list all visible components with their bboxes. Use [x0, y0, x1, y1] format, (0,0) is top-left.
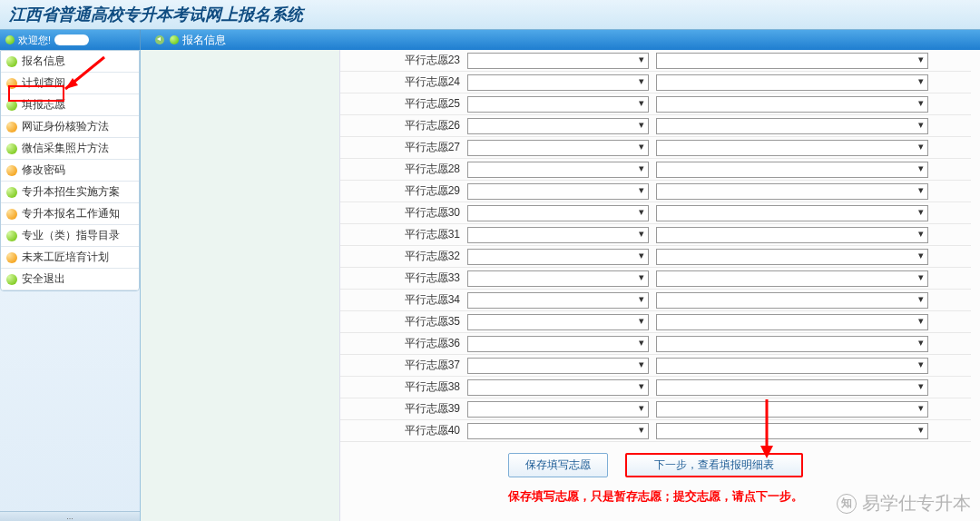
- school-select-32[interactable]: [467, 249, 649, 265]
- form-area: 平行志愿23平行志愿24平行志愿25平行志愿26平行志愿27平行志愿28平行志愿…: [340, 50, 980, 521]
- sidebar-item-2[interactable]: 填报志愿: [1, 94, 139, 116]
- volunteer-row-23: 平行志愿23: [340, 50, 971, 72]
- collapse-icon[interactable]: [155, 35, 164, 44]
- sidebar-item-8[interactable]: 专业（类）指导目录: [1, 225, 139, 247]
- school-select-36[interactable]: [467, 336, 649, 352]
- row-label: 平行志愿24: [340, 74, 467, 90]
- sidebar-item-10[interactable]: 安全退出: [1, 269, 139, 290]
- sidebar-item-4[interactable]: 微信采集照片方法: [1, 138, 139, 160]
- app-header: 江西省普通高校专升本考试网上报名系统: [0, 0, 980, 30]
- school-select-31[interactable]: [467, 227, 649, 243]
- sidebar-list: 报名信息计划查阅填报志愿网证身份核验方法微信采集照片方法修改密码专升本招生实施方…: [0, 50, 140, 291]
- sidebar-item-label: 修改密码: [22, 162, 65, 178]
- school-select-39[interactable]: [467, 401, 649, 418]
- next-button[interactable]: 下一步，查看填报明细表: [625, 453, 803, 477]
- school-select-33[interactable]: [467, 270, 649, 287]
- school-select-30[interactable]: [467, 205, 649, 221]
- row-label: 平行志愿28: [340, 162, 467, 177]
- app-title: 江西省普通高校专升本考试网上报名系统: [9, 4, 971, 25]
- major-select-36[interactable]: [656, 336, 928, 352]
- school-select-34[interactable]: [467, 292, 649, 309]
- sidebar-item-label: 专升本招生实施方案: [22, 184, 120, 200]
- main-area: 报名信息计划查阅填报志愿网证身份核验方法微信采集照片方法修改密码专升本招生实施方…: [0, 50, 980, 521]
- sidebar-item-label: 计划查阅: [22, 75, 65, 91]
- major-select-32[interactable]: [656, 249, 928, 265]
- school-select-40[interactable]: [467, 423, 649, 439]
- major-select-31[interactable]: [656, 227, 928, 243]
- sidebar-item-icon: [6, 187, 17, 198]
- volunteer-row-37: 平行志愿37: [340, 355, 971, 377]
- top-bar: 欢迎您! 报名信息: [0, 30, 980, 50]
- major-select-35[interactable]: [656, 314, 928, 330]
- major-select-24[interactable]: [656, 74, 928, 91]
- user-icon: [5, 35, 15, 44]
- school-select-29[interactable]: [467, 183, 649, 200]
- major-select-37[interactable]: [656, 358, 928, 374]
- major-select-29[interactable]: [656, 183, 928, 200]
- sidebar-item-3[interactable]: 网证身份核验方法: [1, 116, 139, 138]
- sidebar-item-label: 专业（类）指导目录: [22, 228, 120, 243]
- school-select-27[interactable]: [467, 140, 649, 156]
- school-select-37[interactable]: [467, 358, 649, 374]
- major-select-34[interactable]: [656, 292, 928, 309]
- row-label: 平行志愿34: [340, 292, 467, 308]
- major-select-40[interactable]: [656, 423, 928, 439]
- sidebar-item-6[interactable]: 专升本招生实施方案: [1, 182, 139, 203]
- volunteer-row-32: 平行志愿32: [340, 246, 971, 268]
- button-row: 保存填写志愿 下一步，查看填报明细表: [340, 442, 971, 483]
- row-label: 平行志愿27: [340, 140, 467, 155]
- save-button[interactable]: 保存填写志愿: [508, 453, 608, 477]
- sidebar-item-icon: [6, 100, 17, 111]
- sidebar-item-9[interactable]: 未来工匠培育计划: [1, 247, 139, 269]
- volunteer-row-29: 平行志愿29: [340, 181, 971, 202]
- row-label: 平行志愿39: [340, 401, 467, 417]
- sidebar-item-icon: [6, 209, 17, 220]
- sidebar-item-icon: [6, 165, 17, 176]
- volunteer-row-28: 平行志愿28: [340, 159, 971, 181]
- volunteer-row-39: 平行志愿39: [340, 398, 971, 420]
- sidebar-collapse-footer[interactable]: ···: [0, 511, 140, 521]
- sidebar-item-0[interactable]: 报名信息: [1, 51, 139, 73]
- major-select-30[interactable]: [656, 205, 928, 221]
- school-select-38[interactable]: [467, 379, 649, 396]
- major-select-38[interactable]: [656, 379, 928, 396]
- major-select-23[interactable]: [656, 53, 928, 69]
- major-select-28[interactable]: [656, 162, 928, 178]
- sidebar-item-label: 填报志愿: [22, 97, 65, 113]
- watermark-text: 易学仕专升本: [862, 491, 971, 516]
- volunteer-row-27: 平行志愿27: [340, 137, 971, 159]
- major-select-33[interactable]: [656, 270, 928, 287]
- sidebar-item-icon: [6, 56, 17, 67]
- row-label: 平行志愿35: [340, 314, 467, 329]
- school-select-28[interactable]: [467, 162, 649, 178]
- sidebar-item-icon: [6, 78, 17, 89]
- school-select-24[interactable]: [467, 74, 649, 91]
- row-label: 平行志愿25: [340, 96, 467, 112]
- major-select-39[interactable]: [656, 401, 928, 418]
- volunteer-row-35: 平行志愿35: [340, 311, 971, 333]
- school-select-26[interactable]: [467, 118, 649, 134]
- welcome-bar: 欢迎您!: [0, 30, 141, 50]
- row-label: 平行志愿29: [340, 183, 467, 199]
- sidebar-item-icon: [6, 252, 17, 263]
- row-label: 平行志愿30: [340, 205, 467, 221]
- row-label: 平行志愿38: [340, 379, 467, 395]
- page-header-bar: 报名信息: [141, 30, 980, 50]
- sidebar-item-1[interactable]: 计划查阅: [1, 73, 139, 94]
- school-select-23[interactable]: [467, 53, 649, 69]
- major-select-27[interactable]: [656, 140, 928, 156]
- sidebar-item-icon: [6, 231, 17, 241]
- volunteer-row-26: 平行志愿26: [340, 115, 971, 137]
- volunteer-row-24: 平行志愿24: [340, 72, 971, 93]
- school-select-35[interactable]: [467, 314, 649, 330]
- sidebar-item-7[interactable]: 专升本报名工作通知: [1, 203, 139, 225]
- volunteer-row-34: 平行志愿34: [340, 290, 971, 311]
- school-select-25[interactable]: [467, 96, 649, 113]
- major-select-26[interactable]: [656, 118, 928, 134]
- major-select-25[interactable]: [656, 96, 928, 113]
- row-label: 平行志愿40: [340, 423, 467, 438]
- row-label: 平行志愿23: [340, 53, 467, 68]
- sidebar-item-5[interactable]: 修改密码: [1, 160, 139, 182]
- welcome-text: 欢迎您!: [18, 34, 51, 47]
- sidebar-item-label: 安全退出: [22, 271, 65, 287]
